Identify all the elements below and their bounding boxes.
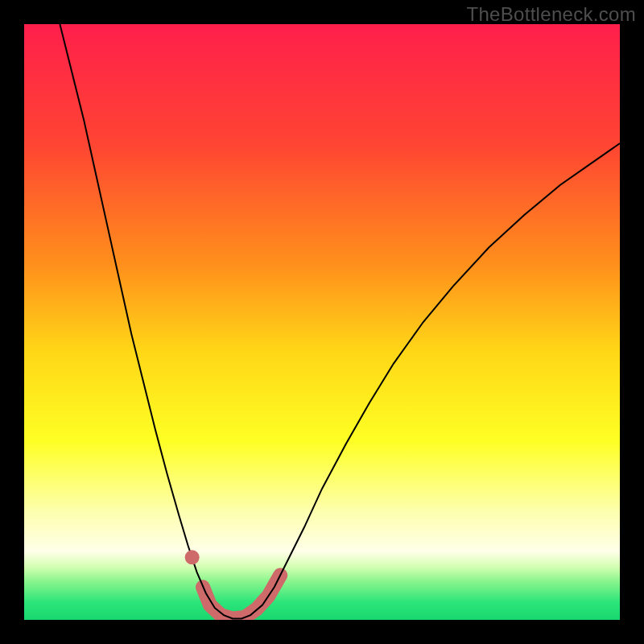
marker-layer [185,550,200,564]
plot-area [24,24,620,620]
watermark-label: TheBottleneck.com [466,3,636,26]
marker-highlight-dot [185,550,200,564]
chart-frame: TheBottleneck.com [0,0,644,644]
chart-svg [24,24,620,620]
gradient-background [24,24,620,620]
